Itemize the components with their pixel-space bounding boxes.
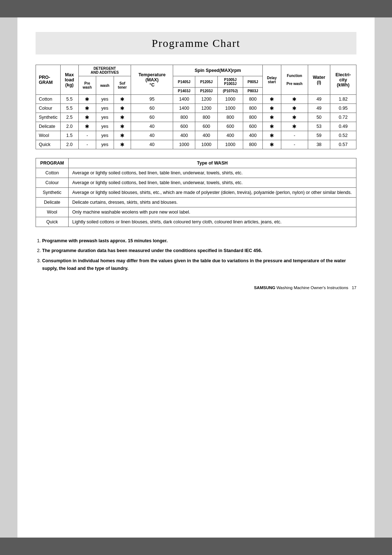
notes-section: Programme with prewash lasts approx. 15 … [36, 237, 356, 272]
table-cell: ✱ [281, 122, 308, 131]
wash-program-name: Delicate [36, 198, 69, 207]
wash-table-row: DelicateDelicate curtains, dresses, skir… [36, 198, 356, 207]
table-cell: yes [96, 131, 114, 140]
table-row: Delicate2.0✱yes✱40600600600600✱✱530.49 [36, 122, 356, 131]
table-cell: 0.72 [330, 113, 356, 122]
table-cell: 800 [243, 140, 263, 149]
table-cell: ✱ [114, 113, 131, 122]
programme-table: PRO-GRAM Maxload(kg) DETERGENTAND ADDITI… [36, 65, 356, 149]
col-p1403j: P1403J [173, 88, 195, 95]
table-cell: ✱ [262, 113, 281, 122]
table-cell: 800 [173, 113, 195, 122]
table-cell: 2.5 [61, 113, 79, 122]
table-cell: ✱ [78, 122, 96, 131]
table-cell: 800 [243, 95, 263, 104]
table-cell: 2.0 [61, 140, 79, 149]
note-item: Consumption in individual homes may diff… [42, 257, 356, 273]
table-cell: 95 [131, 95, 173, 104]
table-row: Quick2.0-yes✱40100010001000800✱-380.57 [36, 140, 356, 149]
table-cell: ✱ [114, 104, 131, 113]
table-cell: ✱ [281, 95, 308, 104]
table-row: Cotton5.5✱yes✱95140012001000800✱✱491.82 [36, 95, 356, 104]
table-cell: 40 [131, 122, 173, 131]
wash-description: Average or lightly soiled blouses, shirt… [69, 188, 356, 198]
table-cell: 60 [131, 113, 173, 122]
table-cell: 1200 [195, 95, 217, 104]
table-cell: Quick [36, 140, 61, 149]
wash-table-row: CottonAverage or lightly soiled cottons,… [36, 168, 356, 178]
table-cell: 5.5 [61, 95, 79, 104]
table-cell: 50 [308, 113, 330, 122]
table-cell: ✱ [262, 95, 281, 104]
wash-table-row: QuickLightly soiled cottons or linen blo… [36, 217, 356, 227]
table-cell: 1400 [173, 104, 195, 113]
table-cell: ✱ [78, 95, 96, 104]
wash-description: Delicate curtains, dresses, skirts, shir… [69, 198, 356, 207]
col-program: PRO-GRAM [36, 65, 61, 95]
table-cell: 1000 [217, 104, 243, 113]
col-detergent-header: DETERGENTAND ADDITIVES [78, 65, 131, 76]
wash-program-name: Colour [36, 178, 69, 188]
table-cell: yes [96, 104, 114, 113]
table-cell: 1200 [195, 104, 217, 113]
table-cell: 800 [243, 113, 263, 122]
bottom-bar [0, 538, 392, 555]
wash-program-name: Synthetic [36, 188, 69, 198]
table-cell: ✱ [281, 113, 308, 122]
table-cell: 400 [195, 131, 217, 140]
table-cell: 38 [308, 140, 330, 149]
table-cell: - [281, 131, 308, 140]
table-row: Wool1.5-yes✱40400400400400✱-590.52 [36, 131, 356, 140]
wash-col-program: PROGRAM [36, 158, 69, 168]
table-cell: ✱ [114, 95, 131, 104]
table-cell: 49 [308, 104, 330, 113]
table-cell: ✱ [262, 122, 281, 131]
col-p1203j: P1203J [195, 88, 217, 95]
table-cell: 5.5 [61, 104, 79, 113]
table-cell: 1000 [217, 95, 243, 104]
wash-table-row: SyntheticAverage or lightly soiled blous… [36, 188, 356, 198]
table-cell: ✱ [281, 104, 308, 113]
table-cell: yes [96, 95, 114, 104]
table-cell: Delicate [36, 122, 61, 131]
wash-table-row: WoolOnly machine washable woolens with p… [36, 207, 356, 217]
table-cell: ✱ [262, 104, 281, 113]
table-cell: 1.82 [330, 95, 356, 104]
table-cell: yes [96, 140, 114, 149]
note-item: Programme with prewash lasts approx. 15 … [42, 237, 356, 245]
table-cell: 0.52 [330, 131, 356, 140]
table-cell: ✱ [114, 140, 131, 149]
table-cell: 1000 [195, 140, 217, 149]
table-cell: 1000 [217, 140, 243, 149]
table-cell: ✱ [114, 122, 131, 131]
table-cell: ✱ [78, 113, 96, 122]
table-cell: 800 [217, 113, 243, 122]
table-cell: 0.57 [330, 140, 356, 149]
table-cell: Wool [36, 131, 61, 140]
table-row: Colour5.5✱yes✱60140012001000800✱✱490.95 [36, 104, 356, 113]
table-cell: Colour [36, 104, 61, 113]
table-cell: ✱ [262, 131, 281, 140]
col-p1205j: P1205J [195, 76, 217, 88]
wash-table-row: ColourAverage or lightly soiled cottons,… [36, 178, 356, 188]
table-cell: 600 [195, 122, 217, 131]
table-cell: 53 [308, 122, 330, 131]
col-softener: Softener [114, 76, 131, 95]
table-cell: 800 [243, 104, 263, 113]
table-cell: 400 [217, 131, 243, 140]
wash-table: PROGRAM Type of WASH CottonAverage or li… [36, 158, 356, 227]
table-cell: 600 [217, 122, 243, 131]
table-cell: 600 [243, 122, 263, 131]
wash-col-type: Type of WASH [69, 158, 356, 168]
table-cell: 600 [173, 122, 195, 131]
page-content: Programme Chart PRO-GRAM Maxload(kg) DET… [17, 17, 375, 538]
col-spin-speed: Spin Speed(MAX)rpm [173, 65, 263, 76]
wash-description: Lightly soiled cottons or linen blouses,… [69, 217, 356, 227]
col-wash: wash [96, 76, 114, 95]
page-title: Programme Chart [36, 32, 356, 54]
table-cell: Cotton [36, 95, 61, 104]
wash-program-name: Cotton [36, 168, 69, 178]
table-cell: yes [96, 122, 114, 131]
top-bar [0, 0, 392, 17]
table-cell: 1.5 [61, 131, 79, 140]
